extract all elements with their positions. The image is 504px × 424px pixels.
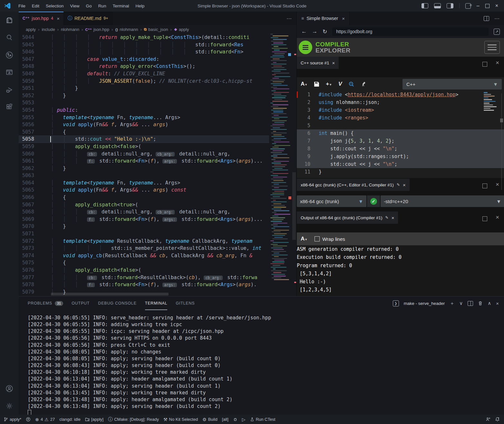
open-external-icon[interactable]: ↗ [494,29,500,35]
line-number[interactable]: 5050 [19,78,34,85]
breadcrumb-item-json-hpp[interactable]: C⁺⁺json.hpp [85,27,109,32]
code-line[interactable]: 5064│ template<typename Fn, typename... … [19,179,269,187]
menu-item-selection[interactable]: Selection [43,2,67,10]
close-window-button[interactable]: × [495,3,498,9]
line-number[interactable]: 5069 [19,216,34,223]
language-select[interactable]: C++▼ [402,79,502,90]
wrap-lines-checkbox[interactable] [315,236,320,241]
source-pane-tab[interactable]: C++ source #1× [297,57,339,69]
source-code-editor[interactable]: 1#include <https://localhost:8443/apply/… [297,91,504,178]
line-number[interactable]: 5059 [19,143,34,150]
add-pane-icon[interactable]: +▼ [326,81,332,87]
code-line[interactable]: 5055│ template<typename Fn, typename... … [19,114,269,121]
terminal-output[interactable]: [2022-04-30 06:05:55] INFO: serve_header… [28,315,501,413]
code-line[interactable]: 5063 [19,172,269,179]
code-line[interactable]: 5071 [19,230,269,238]
code-line[interactable]: 5052│ } [19,92,269,99]
compiler-explorer-logo-icon[interactable] [299,41,312,54]
code-line[interactable]: 5072│ template<typename ResultCallback, … [19,238,269,245]
line-number[interactable]: 5062 [19,165,34,172]
ce-source-line[interactable]: 2using nlohmann::json; [297,99,504,106]
terminal-title[interactable]: make - serve_header [404,301,445,306]
terminal-dropdown-icon[interactable]: ∨ [459,300,463,306]
code-line[interactable]: 5076│ │ apply_dispatch<false>( [19,267,269,274]
line-number[interactable]: 5051 [19,85,34,92]
problems-item[interactable]: ⊗4 ⚠27 [33,417,57,422]
breadcrumb-item-apply[interactable]: ❖apply [174,27,189,32]
menu-item-view[interactable]: View [67,2,82,10]
code-line[interactable]: 5044│ │ │ │ return apply_make_tuple<Cons… [19,34,269,41]
panel-tab-output[interactable]: OUTPUT [72,297,90,310]
code-line[interactable]: 5062│ } [19,165,269,172]
close-pane-icon[interactable]: × [496,182,499,190]
breadcrumb[interactable]: apply›include›nlohmann›C⁺⁺json.hpp›{}nlo… [19,25,296,34]
code-line[interactable]: 5075│ { [19,259,269,267]
toggle-panel-icon[interactable] [434,3,441,8]
code-line[interactable]: 5078│ │ │ f: std::forward<Fn>(f), args: … [19,281,269,288]
customize-layout-icon[interactable] [465,3,471,9]
save-icon[interactable] [314,81,319,87]
line-number[interactable]: 5074 [19,252,34,259]
insights-icon[interactable] [348,81,354,87]
line-number[interactable]: 5048 [19,63,34,70]
code-line[interactable]: 5045│ │ │ │ │ │ │ │ │ │ │ │ std::forward… [19,41,269,49]
code-line[interactable]: 5058│ │ std::cout << "Hello :-)\n"; [19,136,269,143]
code-line[interactable]: 5073│ │ │ │ │ std::is_member_pointer<Res… [19,245,269,252]
compiler-options-input[interactable]: -std=c++20▼ [381,195,504,207]
split-terminal-icon[interactable] [468,301,473,306]
tab-json-hpp[interactable]: C⁺⁺ json.hpp 4 × [19,12,64,25]
editor-actions-more-icon[interactable]: ⋯ [286,12,292,25]
line-number[interactable]: 5052 [19,92,34,99]
more-actions-icon[interactable]: ⋯ [494,15,500,22]
maximize-pane-icon[interactable] [482,184,487,188]
toggle-sidebar-icon[interactable] [422,3,428,8]
line-number[interactable]: 5067 [19,201,34,209]
source-scrollbar-thumb[interactable] [500,118,503,122]
breadcrumb-item-nlohmann[interactable]: {}nlohmann [115,27,138,32]
close-pane-icon[interactable]: × [332,60,335,66]
close-pane-icon[interactable]: × [392,215,394,221]
source-control-icon[interactable] [0,46,19,64]
reload-icon[interactable]: ↻ [323,28,327,35]
line-number[interactable]: 5077 [19,274,34,281]
minimap[interactable] [269,34,292,296]
maximize-pane-icon[interactable] [482,216,487,221]
code-line[interactable]: 5069│ │ │ f: std::forward<Fn>(f), args: … [19,216,269,223]
maximize-panel-icon[interactable]: ∧ [488,300,491,306]
line-number[interactable]: 5046 [19,48,34,56]
breadcrumb-item-nlohmann[interactable]: nlohmann [61,27,79,32]
code-editor[interactable]: 5044│ │ │ │ return apply_make_tuple<Cons… [19,34,296,296]
search-icon[interactable] [0,29,19,46]
ce-source-line[interactable]: 9 j.apply(std::ranges::sort); [297,153,504,160]
line-number[interactable]: 5061 [19,157,34,165]
clangd-status-item[interactable]: clangd: idle [57,417,83,422]
account-icon[interactable] [0,380,19,397]
line-number[interactable]: 5066 [19,194,34,201]
ce-source-line[interactable]: 5 [297,122,504,129]
line-number[interactable]: 5060 [19,150,34,158]
line-number[interactable]: 5045 [19,41,34,49]
output-pane-tab[interactable]: Output of x86-64 gcc (trunk) (Compiler #… [297,212,398,224]
publish-item[interactable] [24,417,33,422]
code-line[interactable]: 5050│ │ │ │ JSON_ASSERT(false); // NOLIN… [19,78,269,85]
menu-item-file[interactable]: File [15,2,28,10]
panel-tab-terminal[interactable]: TERMINAL [145,297,168,310]
explorer-icon[interactable] [0,12,19,29]
breadcrumb-item-include[interactable]: include [42,27,55,32]
line-number[interactable]: 5058 [19,136,34,143]
menu-item-go[interactable]: Go [83,2,95,10]
code-line[interactable]: 5067│ │ apply_dispatch<true>( [19,201,269,209]
tab-readme-md[interactable]: ⓘ README.md 9+ [64,12,112,25]
close-tab-icon[interactable]: × [342,16,345,21]
hamburger-menu-icon[interactable] [484,41,500,54]
ce-source-line[interactable]: 6int main() { [297,129,504,137]
ce-source-line[interactable]: 4#include <ranges> [297,114,504,122]
ctest-item[interactable]: Run CTest [248,417,278,422]
kit-item[interactable]: ⚒ No Kit Selected [161,417,200,422]
maximize-button[interactable] [485,4,489,8]
line-number[interactable]: 5073 [19,245,34,252]
line-number[interactable]: 5054 [19,107,34,114]
code-line[interactable]: 5046│ │ │ │ │ │ │ │ │ │ │ │ std::forward… [19,48,269,56]
ce-source-line[interactable]: 7 json j{5, 3, 1, 4, 2}; [297,137,504,145]
code-line[interactable]: 5053 [19,99,269,107]
